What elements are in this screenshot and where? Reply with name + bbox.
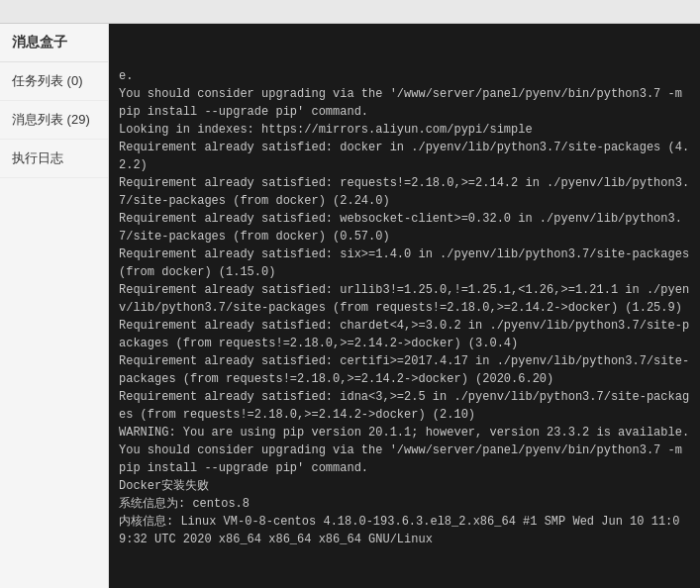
terminal-line: Looking in indexes: https://mirrors.aliy… <box>119 121 690 139</box>
terminal-line: Docker安装失败 <box>119 477 690 495</box>
sidebar: 消息盒子 任务列表 (0) 消息列表 (29) 执行日志 <box>0 24 109 588</box>
terminal-line: Requirement already satisfied: urllib3!=… <box>119 281 690 317</box>
terminal-line: You should consider upgrading via the '/… <box>119 85 690 121</box>
terminal-line: You should consider upgrading via the '/… <box>119 441 690 477</box>
terminal-line: e. <box>119 67 690 85</box>
terminal-line: Requirement already satisfied: six>=1.4.… <box>119 245 690 281</box>
terminal-line: Requirement already satisfied: idna<3,>=… <box>119 388 690 424</box>
terminal-output: e.You should consider upgrading via the … <box>109 24 700 588</box>
main-container: 消息盒子 任务列表 (0) 消息列表 (29) 执行日志 e.You shoul… <box>0 24 700 588</box>
terminal-line: WARNING: You are using pip version 20.1.… <box>119 424 690 441</box>
terminal-line: 系统信息为: centos.8 <box>119 495 690 513</box>
terminal-line: 内核信息: Linux VM-0-8-centos 4.18.0-193.6.3… <box>119 513 690 548</box>
terminal-line: Requirement already satisfied: chardet<4… <box>119 317 690 352</box>
main-content: e.You should consider upgrading via the … <box>109 24 700 588</box>
sidebar-item-messages[interactable]: 消息列表 (29) <box>0 101 108 140</box>
sidebar-item-logs[interactable]: 执行日志 <box>0 140 108 178</box>
terminal-line: Requirement already satisfied: certifi>=… <box>119 352 690 388</box>
sidebar-title: 消息盒子 <box>0 24 108 62</box>
terminal-line: Requirement already satisfied: websocket… <box>119 210 690 245</box>
sidebar-item-tasks[interactable]: 任务列表 (0) <box>0 62 108 101</box>
terminal-line: Requirement already satisfied: docker in… <box>119 139 690 174</box>
terminal-line: Requirement already satisfied: requests!… <box>119 174 690 210</box>
top-bar <box>0 0 700 24</box>
